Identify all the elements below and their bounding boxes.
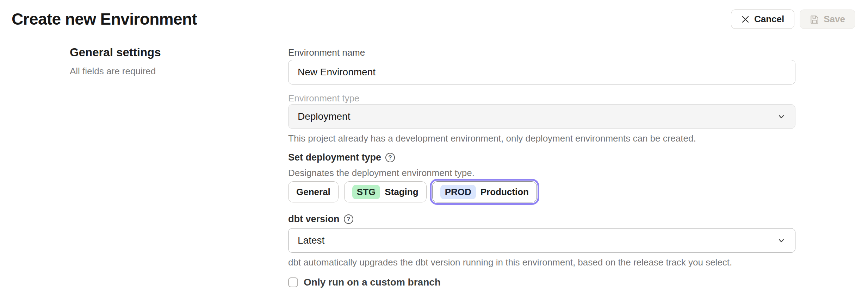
deployment-type-helper: Designates the deployment environment ty…: [288, 168, 475, 178]
help-icon[interactable]: ?: [344, 214, 353, 224]
environment-name-label: Environment name: [288, 47, 365, 58]
deployment-option-general-label: General: [296, 187, 330, 198]
deployment-type-heading: Set deployment type ?: [288, 152, 395, 163]
dbt-version-heading-label: dbt version: [288, 214, 340, 225]
environment-type-select[interactable]: Deployment: [288, 104, 795, 129]
environment-type-value: Deployment: [298, 111, 350, 122]
section-heading: General settings: [70, 46, 161, 59]
production-badge: PROD: [440, 185, 476, 199]
deployment-type-heading-label: Set deployment type: [288, 152, 381, 163]
environment-type-label: Environment type: [288, 93, 359, 104]
save-button[interactable]: Save: [800, 10, 855, 29]
deployment-option-production-label: Production: [480, 187, 529, 198]
custom-branch-checkbox[interactable]: [288, 277, 298, 287]
chevron-down-icon: [777, 236, 786, 245]
deployment-option-staging[interactable]: STG Staging: [344, 181, 427, 202]
deployment-option-production[interactable]: PROD Production: [432, 181, 537, 202]
dbt-version-helper: dbt automatically upgrades the dbt versi…: [288, 257, 732, 268]
deployment-option-general[interactable]: General: [288, 181, 339, 202]
page-title: Create new Environment: [12, 10, 197, 29]
deployment-option-staging-label: Staging: [385, 187, 418, 198]
header-actions: Cancel Save: [731, 10, 855, 29]
cancel-button[interactable]: Cancel: [731, 10, 794, 29]
floppy-disk-icon: [810, 15, 819, 24]
cancel-button-label: Cancel: [754, 14, 784, 25]
environment-name-input[interactable]: [288, 60, 795, 84]
chevron-down-icon: [777, 112, 786, 121]
staging-badge: STG: [352, 185, 380, 199]
header-divider: [0, 34, 868, 34]
dbt-version-heading: dbt version ?: [288, 214, 353, 225]
deployment-type-options: General STG Staging PROD Production: [288, 181, 537, 202]
custom-branch-label[interactable]: Only run on a custom branch: [304, 277, 441, 288]
custom-branch-row: Only run on a custom branch: [288, 277, 441, 288]
close-icon: [741, 15, 750, 24]
save-button-label: Save: [824, 14, 845, 25]
dbt-version-value: Latest: [298, 235, 324, 246]
help-icon[interactable]: ?: [385, 153, 395, 162]
environment-type-helper: This project already has a development e…: [288, 133, 696, 144]
section-subheading: All fields are required: [70, 66, 156, 77]
dbt-version-select[interactable]: Latest: [288, 228, 795, 253]
